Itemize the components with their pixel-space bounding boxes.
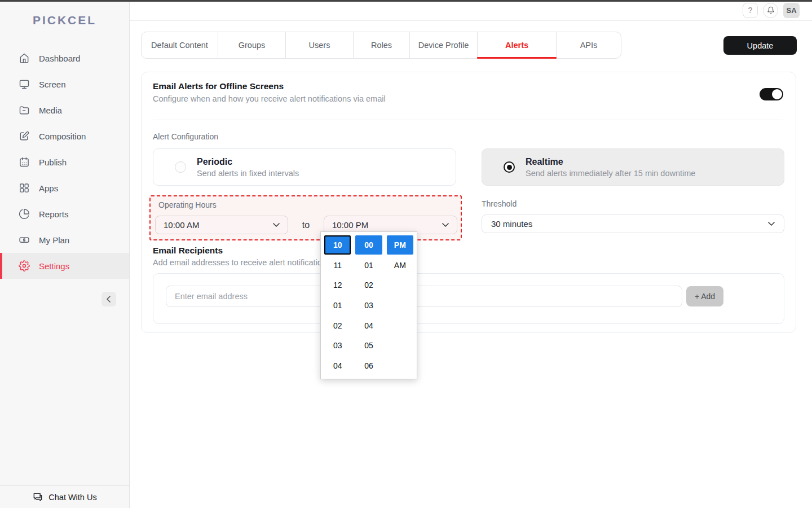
sidebar-item-label: My Plan	[39, 235, 69, 245]
periodic-text: Periodic Send alerts in fixed intervals	[197, 157, 299, 178]
user-avatar[interactable]: SA	[783, 3, 800, 18]
help-icon: ?	[748, 6, 753, 15]
help-button[interactable]: ?	[743, 3, 758, 18]
calendar-icon	[18, 156, 30, 168]
sidebar-item-settings[interactable]: Settings	[0, 253, 129, 279]
toggle-knob	[772, 89, 782, 99]
time-picker-hour-option[interactable]: 04	[324, 356, 351, 375]
notifications-button[interactable]	[763, 3, 778, 18]
tab-roles[interactable]: Roles	[354, 32, 410, 58]
sidebar-item-dashboard[interactable]: Dashboard	[0, 45, 129, 71]
email-recipients-title: Email Recipients	[153, 246, 223, 256]
realtime-subtitle: Send alerts immediately after 15 min dow…	[526, 169, 695, 178]
sidebar-collapse-button[interactable]	[102, 292, 116, 306]
periodic-radio[interactable]	[175, 161, 186, 173]
tab-groups[interactable]: Groups	[218, 32, 286, 58]
active-tab-underline	[477, 57, 557, 59]
grid-icon	[18, 182, 30, 194]
tab-label: Default Content	[151, 41, 208, 50]
email-alerts-subtitle: Configure when and how you receive alert…	[153, 94, 386, 103]
tab-label: Groups	[239, 41, 266, 50]
time-picker-hour-option[interactable]: 12	[324, 275, 351, 295]
tab-users[interactable]: Users	[286, 32, 354, 58]
time-picker-hour-option[interactable]: 02	[324, 316, 351, 335]
realtime-option-card[interactable]: Realtime Send alerts immediately after 1…	[482, 148, 784, 186]
money-icon	[18, 234, 30, 246]
chevron-down-icon	[768, 222, 775, 226]
time-picker-hour-option[interactable]: 03	[324, 336, 351, 356]
update-button[interactable]: Update	[723, 36, 797, 55]
sidebar-item-apps[interactable]: Apps	[0, 175, 129, 201]
threshold-label: Threshold	[482, 199, 517, 208]
settings-tabs: Default ContentGroupsUsersRolesDevice Pr…	[141, 32, 621, 59]
sidebar-menu: DashboardScreenMediaCompositionPublishAp…	[0, 45, 129, 279]
chat-label: Chat With Us	[48, 493, 96, 502]
time-picker-meridiem-column: PMAM	[387, 235, 413, 375]
realtime-radio[interactable]	[504, 161, 515, 173]
tab-label: APIs	[580, 41, 598, 50]
tab-apis[interactable]: APIs	[557, 32, 621, 58]
email-address-input[interactable]	[166, 286, 682, 307]
operating-hours-label: Operating Hours	[158, 200, 217, 209]
tab-label: Roles	[371, 41, 392, 50]
email-alerts-title: Email Alerts for Offline Screens	[153, 81, 284, 91]
sidebar: PICKCEL DashboardScreenMediaCompositionP…	[0, 0, 130, 508]
avatar-initials: SA	[786, 6, 796, 15]
time-picker-hour-option[interactable]: 11	[324, 256, 351, 275]
to-time-value: 10:00 PM	[332, 220, 368, 230]
monitor-icon	[18, 78, 30, 90]
time-picker-hour-option[interactable]: 01	[324, 296, 351, 315]
sidebar-item-label: Dashboard	[39, 54, 80, 63]
tab-device-profile[interactable]: Device Profile	[410, 32, 478, 58]
time-picker-hours-column: 10111201020304	[324, 235, 351, 375]
realtime-title: Realtime	[526, 157, 695, 167]
alerts-settings-card: Email Alerts for Offline Screens Configu…	[141, 72, 796, 333]
bell-icon	[767, 6, 775, 14]
email-alerts-toggle[interactable]	[760, 88, 783, 100]
sidebar-item-label: Apps	[39, 183, 58, 193]
add-email-button[interactable]: + Add	[686, 286, 723, 306]
time-picker-meridiem-option[interactable]: PM	[387, 235, 413, 255]
realtime-text: Realtime Send alerts immediately after 1…	[526, 157, 695, 178]
time-picker-hour-option[interactable]: 10	[324, 235, 351, 255]
compose-icon	[18, 130, 30, 142]
time-picker-minute-option[interactable]: 06	[355, 356, 382, 375]
section-divider	[153, 120, 783, 120]
chat-with-us-button[interactable]: Chat With Us	[0, 485, 129, 508]
time-picker-minute-option[interactable]: 00	[355, 235, 382, 255]
sidebar-item-composition[interactable]: Composition	[0, 123, 129, 149]
sidebar-item-my-plan[interactable]: My Plan	[0, 227, 129, 253]
periodic-option-card[interactable]: Periodic Send alerts in fixed intervals	[153, 148, 456, 186]
threshold-value: 30 minutes	[491, 219, 532, 229]
time-picker-minute-option[interactable]: 03	[355, 296, 382, 315]
threshold-select[interactable]: 30 minutes	[482, 214, 784, 233]
chat-icon	[32, 492, 43, 503]
tab-default-content[interactable]: Default Content	[142, 32, 218, 58]
operating-hours-from-select[interactable]: 10:00 AM	[155, 216, 288, 234]
sidebar-item-label: Composition	[39, 132, 86, 141]
time-picker-meridiem-option[interactable]: AM	[387, 256, 413, 275]
email-recipients-box: + Add	[153, 273, 784, 324]
home-icon	[18, 52, 30, 64]
sidebar-item-label: Publish	[39, 157, 67, 167]
sidebar-item-publish[interactable]: Publish	[0, 149, 129, 175]
main-header: ? SA	[130, 0, 812, 21]
time-picker-minute-option[interactable]: 04	[355, 316, 382, 335]
top-progress-bar	[0, 0, 812, 2]
folder-icon	[18, 104, 30, 116]
time-picker-minute-option[interactable]: 02	[355, 275, 382, 295]
sidebar-item-reports[interactable]: Reports	[0, 201, 129, 227]
pickcel-settings-page: PICKCEL DashboardScreenMediaCompositionP…	[0, 0, 812, 508]
email-recipients-subtitle: Add email addresses to receive alert not…	[153, 258, 330, 267]
chevron-down-icon	[273, 223, 280, 227]
tab-alerts[interactable]: Alerts	[478, 32, 557, 58]
periodic-subtitle: Send alerts in fixed intervals	[197, 169, 299, 178]
time-picker-popup: 10111201020304 00010203040506 PMAM	[320, 231, 417, 379]
time-picker-minute-option[interactable]: 01	[355, 256, 382, 275]
alert-configuration-label: Alert Configuration	[153, 132, 218, 141]
sidebar-item-label: Media	[39, 106, 62, 115]
sidebar-item-screen[interactable]: Screen	[0, 71, 129, 97]
sidebar-item-media[interactable]: Media	[0, 97, 129, 123]
sidebar-item-label: Screen	[39, 80, 66, 89]
time-picker-minute-option[interactable]: 05	[355, 336, 382, 356]
